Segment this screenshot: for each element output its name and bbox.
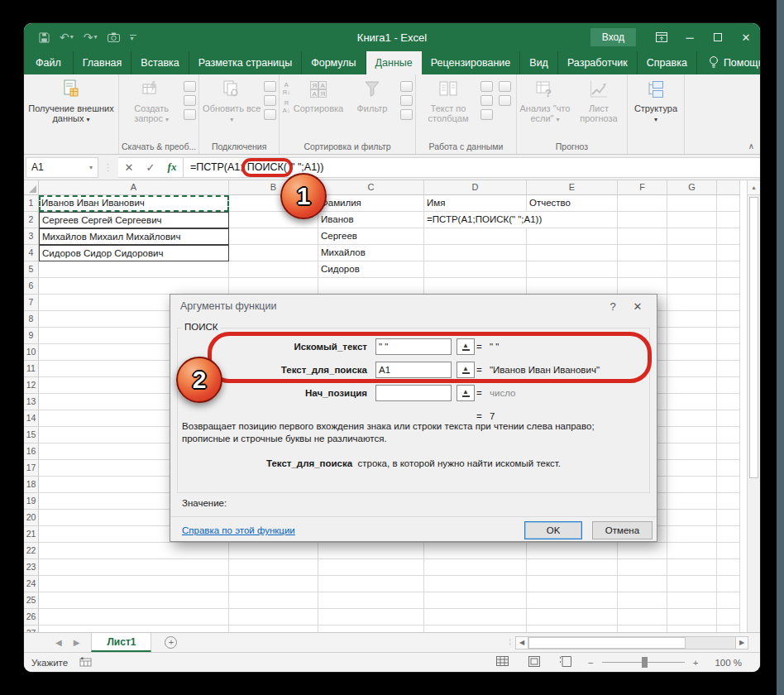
customize-qat-icon[interactable]: ▾ [130, 31, 141, 43]
scroll-right-icon[interactable]: ▶ [735, 636, 748, 649]
row-header-25[interactable]: 25 [24, 592, 39, 609]
cell-A4[interactable]: Сидоров Сидор Сидорович [39, 245, 229, 261]
cell-fill15[interactable] [717, 427, 740, 443]
refresh-all-button[interactable]: Обновить все ▾ [202, 76, 261, 125]
tab-formulas[interactable]: Формулы [302, 51, 366, 74]
cell-D24[interactable] [424, 576, 527, 592]
name-box-caret-icon[interactable]: ▾ [89, 164, 93, 171]
cell-B25[interactable] [229, 592, 318, 609]
cell-G20[interactable] [667, 510, 717, 526]
cell-G3[interactable] [667, 228, 717, 245]
cell-fill13[interactable] [717, 394, 740, 410]
cell-B26[interactable] [229, 609, 318, 626]
horizontal-scroll-track[interactable] [528, 636, 735, 649]
connections-icon[interactable] [264, 81, 276, 92]
select-all-corner[interactable] [24, 180, 39, 195]
sign-in-button[interactable]: Вход [590, 28, 636, 46]
cell-G25[interactable] [667, 592, 717, 609]
row-header-22[interactable]: 22 [24, 543, 39, 559]
cell-F24[interactable] [618, 576, 667, 592]
cell-fill9[interactable] [717, 328, 740, 344]
clear-filter-icon[interactable] [400, 81, 413, 92]
cell-D6[interactable] [424, 278, 527, 295]
tab-file[interactable]: Файл [24, 51, 74, 74]
cell-C4[interactable]: Михайлов [318, 245, 424, 261]
cell-G23[interactable] [667, 559, 717, 576]
tab-view[interactable]: Вид [520, 51, 558, 74]
normal-view-icon[interactable] [496, 656, 509, 669]
cell-G7[interactable] [667, 295, 717, 311]
cell-B5[interactable] [229, 261, 318, 278]
cell-fill3[interactable] [717, 228, 740, 245]
zoom-level[interactable]: 100 % [715, 658, 742, 668]
undo-icon[interactable]: ↶▾ [60, 31, 74, 43]
cell-E26[interactable] [527, 609, 618, 626]
remove-duplicates-icon[interactable] [480, 95, 493, 106]
cell-B23[interactable] [229, 559, 318, 576]
next-sheet-icon[interactable]: ▶ [74, 638, 80, 647]
row-header-14[interactable]: 14 [24, 410, 39, 427]
cell-D4[interactable] [424, 245, 527, 261]
cell-G9[interactable] [667, 328, 717, 344]
row-header-4[interactable]: 4 [24, 245, 39, 261]
row-header-11[interactable]: 11 [24, 361, 39, 377]
vertical-scroll-thumb[interactable] [749, 197, 758, 478]
page-break-view-icon[interactable] [560, 656, 571, 669]
redo-icon[interactable]: ↷▾ [84, 31, 98, 43]
cell-G21[interactable] [667, 526, 717, 543]
column-header-C[interactable]: C [318, 180, 424, 195]
edit-links-icon[interactable] [264, 109, 276, 120]
scroll-left-icon[interactable]: ◀ [515, 636, 528, 649]
cell-fill17[interactable] [717, 460, 740, 477]
cell-E22[interactable] [527, 543, 618, 559]
row-header-21[interactable]: 21 [24, 526, 39, 543]
row-header-23[interactable]: 23 [24, 559, 39, 576]
row-header-19[interactable]: 19 [24, 493, 39, 510]
cell-fill22[interactable] [717, 543, 740, 559]
row-header-12[interactable]: 12 [24, 377, 39, 394]
cell-G14[interactable] [667, 410, 717, 427]
cell-fill14[interactable] [717, 410, 740, 427]
cell-A3[interactable]: Михайлов Михаил Михайлович [39, 228, 229, 245]
cancel-button[interactable]: Отмена [592, 521, 653, 539]
row-header-6[interactable]: 6 [24, 278, 39, 295]
cell-fill6[interactable] [717, 278, 740, 295]
add-sheet-button[interactable]: + [151, 633, 190, 652]
zoom-slider-thumb[interactable] [642, 657, 648, 668]
collapse-ribbon-icon[interactable]: ∧ [748, 141, 754, 151]
cell-F22[interactable] [618, 543, 667, 559]
cell-fill21[interactable] [717, 526, 740, 543]
arg3-range-picker-icon[interactable]: ▲ [457, 385, 475, 401]
cell-A1[interactable]: Иванов Иван Иванович [39, 195, 229, 212]
column-header-F[interactable]: F [618, 180, 667, 195]
cell-G6[interactable] [667, 278, 717, 295]
horizontal-scrollbar[interactable]: ⁞ ◀ ▶ [509, 633, 760, 652]
properties-icon[interactable] [264, 95, 276, 106]
cell-F23[interactable] [618, 559, 667, 576]
show-queries-icon[interactable] [184, 81, 196, 92]
name-box[interactable]: A1 ▾ [26, 157, 98, 178]
cell-A6[interactable] [39, 278, 229, 295]
cell-A23[interactable] [39, 559, 229, 576]
new-query-button[interactable]: Создать запрос ▾ [122, 76, 181, 125]
cell-G1[interactable] [667, 195, 717, 212]
cell-G4[interactable] [667, 245, 717, 261]
cell-fill5[interactable] [717, 261, 740, 278]
cell-G2[interactable] [667, 212, 717, 228]
minimize-button[interactable]: ─ [676, 23, 704, 51]
from-table-icon[interactable] [184, 95, 196, 106]
cell-G16[interactable] [667, 443, 717, 460]
cell-E1[interactable]: Отчество [527, 195, 618, 212]
maximize-button[interactable] [704, 23, 732, 51]
cell-fill18[interactable] [717, 477, 740, 493]
cell-G11[interactable] [667, 361, 717, 377]
zoom-out-icon[interactable]: − [588, 658, 594, 668]
cell-A27[interactable] [39, 626, 229, 632]
tab-developer[interactable]: Разработчик [558, 51, 638, 74]
tab-home[interactable]: Главная [74, 51, 132, 74]
cell-fill23[interactable] [717, 559, 740, 576]
arg3-input[interactable] [375, 385, 452, 401]
cell-E5[interactable] [527, 261, 618, 278]
reapply-filter-icon[interactable] [400, 95, 413, 106]
scrollbar-grip[interactable]: ⁞ [509, 638, 515, 647]
